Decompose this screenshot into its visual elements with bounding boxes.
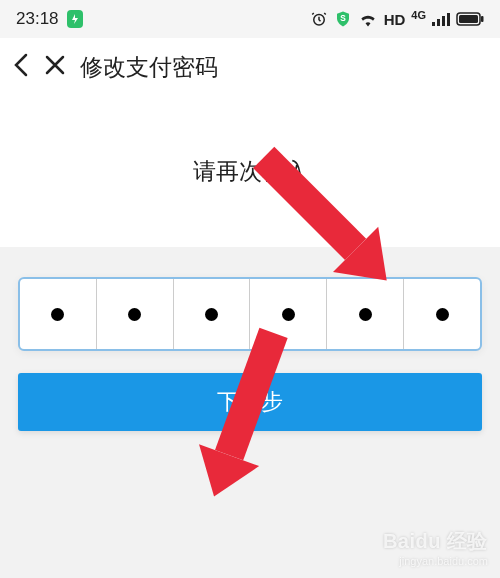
battery-icon	[456, 12, 484, 26]
pin-dot	[128, 308, 141, 321]
status-left: 23:18	[16, 9, 83, 29]
pin-dot	[205, 308, 218, 321]
signal-icon	[432, 12, 450, 26]
close-icon[interactable]	[44, 54, 66, 80]
svg-rect-3	[437, 19, 440, 26]
watermark: Baidu 经验 jingyan.baidu.com	[383, 528, 488, 568]
svg-text:S: S	[340, 14, 346, 23]
status-time: 23:18	[16, 9, 59, 29]
svg-rect-5	[447, 13, 450, 26]
pin-dot	[436, 308, 449, 321]
prompt-text: 请再次输入	[0, 156, 500, 187]
svg-rect-4	[442, 16, 445, 26]
shield-icon: S	[334, 10, 352, 28]
page-title: 修改支付密码	[80, 52, 218, 83]
watermark-brand: Baidu 经验	[383, 528, 488, 554]
hd-label: HD	[384, 11, 406, 28]
pin-cell[interactable]	[250, 279, 327, 349]
next-button[interactable]: 下一步	[18, 373, 482, 431]
pin-input[interactable]	[18, 277, 482, 351]
pin-dot	[51, 308, 64, 321]
content-top: 请再次输入	[0, 96, 500, 247]
wifi-icon	[358, 11, 378, 27]
battery-saver-icon	[67, 10, 83, 28]
status-right: S HD 4G	[310, 10, 484, 28]
pin-cell[interactable]	[97, 279, 174, 349]
pin-cell[interactable]	[404, 279, 480, 349]
pin-cell[interactable]	[327, 279, 404, 349]
pin-dot	[359, 308, 372, 321]
nav-bar: 修改支付密码	[0, 38, 500, 96]
svg-rect-7	[459, 15, 478, 23]
pin-cell[interactable]	[174, 279, 251, 349]
svg-rect-8	[481, 16, 484, 22]
pin-cell[interactable]	[20, 279, 97, 349]
back-icon[interactable]	[12, 51, 30, 83]
status-bar: 23:18 S HD 4G	[0, 0, 500, 38]
pin-dot	[282, 308, 295, 321]
svg-rect-2	[432, 22, 435, 26]
watermark-sub: jingyan.baidu.com	[383, 554, 488, 568]
net-label: 4G	[411, 9, 426, 21]
alarm-icon	[310, 10, 328, 28]
